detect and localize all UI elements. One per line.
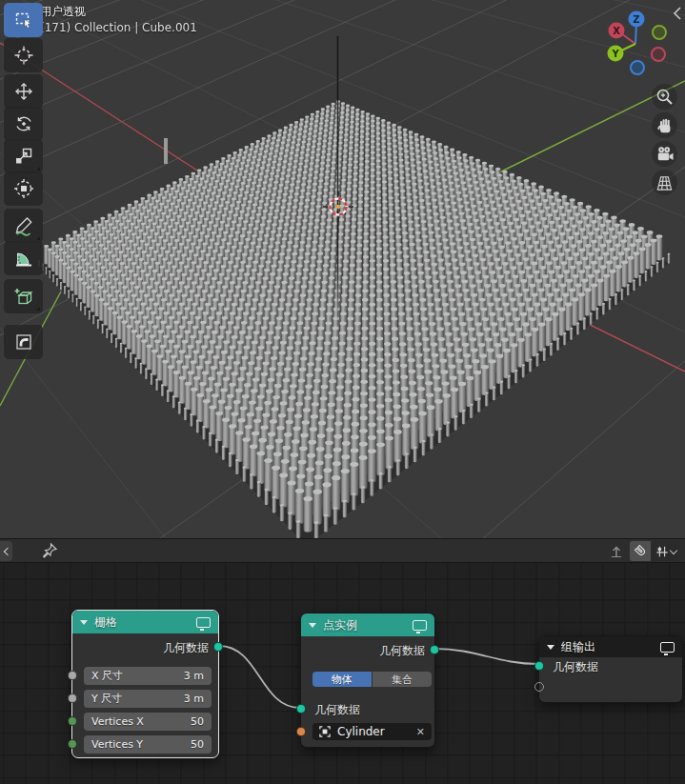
input-value: 50: [191, 738, 204, 751]
input-value: 3 m: [184, 693, 204, 705]
gizmo-y-label: Y: [611, 49, 619, 59]
select-box-tool-button[interactable]: [4, 3, 43, 37]
node-title: 点实例: [323, 617, 406, 633]
pan-hand-icon: [655, 116, 675, 135]
snap-options-button[interactable]: [652, 541, 679, 561]
node-group-output-header[interactable]: 组输出: [539, 636, 682, 657]
input-label: 几何数据: [314, 702, 360, 718]
sidebar-collapse-icon[interactable]: [672, 6, 683, 21]
transform-tool-button[interactable]: [4, 171, 43, 206]
submenu-indicator: [36, 167, 40, 171]
input-label: Y 尺寸: [91, 692, 122, 706]
node-title: 栅格: [94, 614, 190, 631]
camera-view-button[interactable]: [652, 141, 677, 167]
add-cube-tool-button[interactable]: [4, 279, 43, 313]
node-grid-header[interactable]: 栅格: [72, 611, 218, 633]
select-box-icon: [13, 10, 34, 30]
viewport-canvas[interactable]: [0, 0, 685, 538]
node-instance-header[interactable]: 点实例: [301, 613, 434, 636]
gizmo-z-label: Z: [633, 14, 639, 25]
input-value: 50: [191, 715, 204, 728]
move-tool-button[interactable]: [4, 74, 43, 109]
navigation-gizmo[interactable]: Z X Y: [598, 2, 676, 80]
input-label: 几何数据: [553, 659, 598, 675]
socket-float-input[interactable]: [68, 671, 77, 680]
scale-icon: [13, 146, 34, 167]
node-instance-on-points[interactable]: 点实例 几何数据 物体 集合 几何数据 Cylinder ✕: [300, 613, 435, 748]
node-grid[interactable]: 栅格 几何数据 X 尺寸 3 m Y 尺寸 3 m Vertices X 50 …: [71, 610, 219, 758]
measure-tool-button[interactable]: [4, 241, 43, 275]
annotate-tool-button[interactable]: [4, 209, 43, 243]
snap-options-icon: [655, 545, 669, 558]
output-label: 几何数据: [163, 640, 209, 656]
blender-window: 用户透视 (171) Collection | Cube.001: [0, 0, 685, 784]
socket-float-input[interactable]: [68, 694, 77, 703]
node-title: 组输出: [561, 639, 654, 655]
socket-object-input[interactable]: [296, 727, 306, 736]
camera-view-icon: [655, 144, 675, 164]
header-collapse-button[interactable]: [0, 541, 12, 561]
node-editor-canvas[interactable]: 栅格 几何数据 X 尺寸 3 m Y 尺寸 3 m Vertices X 50 …: [0, 563, 685, 784]
monitor-icon[interactable]: [196, 617, 211, 628]
pin-icon[interactable]: [41, 542, 58, 560]
viewport-header: 用户透视 (171) Collection | Cube.001: [40, 4, 197, 36]
collapse-triangle-icon[interactable]: [547, 645, 554, 650]
link-grid-to-instance: [219, 646, 300, 708]
input-size-x[interactable]: X 尺寸 3 m: [84, 667, 212, 685]
input-label: Vertices X: [91, 715, 144, 728]
collapse-triangle-icon[interactable]: [80, 620, 88, 625]
socket-int-input[interactable]: [68, 739, 77, 749]
socket-geometry-output[interactable]: [213, 642, 223, 652]
3d-cursor-icon: [13, 45, 34, 66]
gizmo-x-negative[interactable]: [652, 48, 665, 61]
object-name: Cylinder: [337, 725, 410, 738]
go-to-parent-button[interactable]: [606, 541, 627, 561]
object-cube-icon: [319, 726, 331, 737]
socket-int-input[interactable]: [68, 716, 77, 726]
monitor-icon[interactable]: [413, 620, 427, 631]
rotate-icon: [13, 113, 34, 134]
input-size-y[interactable]: Y 尺寸 3 m: [84, 690, 212, 708]
toggle-object-button[interactable]: 物体: [312, 672, 372, 687]
active-object-label: (171) Collection | Cube.001: [40, 20, 197, 36]
gizmo-z-negative[interactable]: [631, 61, 644, 74]
3d-viewport[interactable]: 用户透视 (171) Collection | Cube.001: [0, 0, 685, 538]
input-vertices-x[interactable]: Vertices X 50: [84, 713, 212, 731]
view-perspective-label: 用户透视: [40, 4, 197, 20]
toggle-perspective-icon: [655, 172, 675, 192]
zoom-button[interactable]: [652, 84, 677, 110]
corner-tool-button[interactable]: [4, 325, 43, 359]
move-icon: [13, 81, 34, 102]
socket-geometry-input[interactable]: [296, 704, 306, 714]
measure-icon: [13, 248, 34, 269]
zoom-icon: [655, 87, 675, 107]
submenu-indicator: [36, 236, 40, 240]
scale-tool-button[interactable]: [4, 139, 43, 173]
submenu-indicator: [36, 307, 40, 311]
gizmo-y-negative[interactable]: [653, 26, 666, 39]
parent-tree-icon: [609, 544, 624, 559]
dropdown-caret-icon: [669, 546, 676, 553]
node-group-output[interactable]: 组输出 几何数据: [538, 635, 683, 703]
input-label: X 尺寸: [91, 669, 123, 683]
cursor-tool-button[interactable]: [4, 38, 43, 72]
pan-button[interactable]: [652, 112, 677, 138]
socket-geometry-output[interactable]: [430, 645, 439, 654]
snap-toggle-button[interactable]: [630, 541, 651, 561]
object-field[interactable]: Cylinder ✕: [312, 723, 432, 740]
input-vertices-y[interactable]: Vertices Y 50: [84, 735, 212, 754]
socket-geometry-input[interactable]: [534, 661, 544, 671]
toggle-perspective-button[interactable]: [652, 170, 677, 195]
snap-magnet-icon: [634, 544, 648, 558]
clear-object-icon[interactable]: ✕: [416, 726, 425, 738]
collapse-triangle-icon[interactable]: [309, 623, 316, 628]
toggle-collection-button[interactable]: 集合: [373, 672, 432, 687]
annotate-icon: [13, 215, 34, 236]
rounded-corner-icon: [13, 332, 34, 352]
socket-virtual-input[interactable]: [534, 682, 544, 692]
rotate-tool-button[interactable]: [4, 107, 43, 141]
input-label: Vertices Y: [91, 738, 143, 751]
add-cube-icon: [13, 286, 34, 307]
monitor-icon[interactable]: [660, 642, 675, 653]
gizmo-x-label: X: [613, 26, 620, 36]
